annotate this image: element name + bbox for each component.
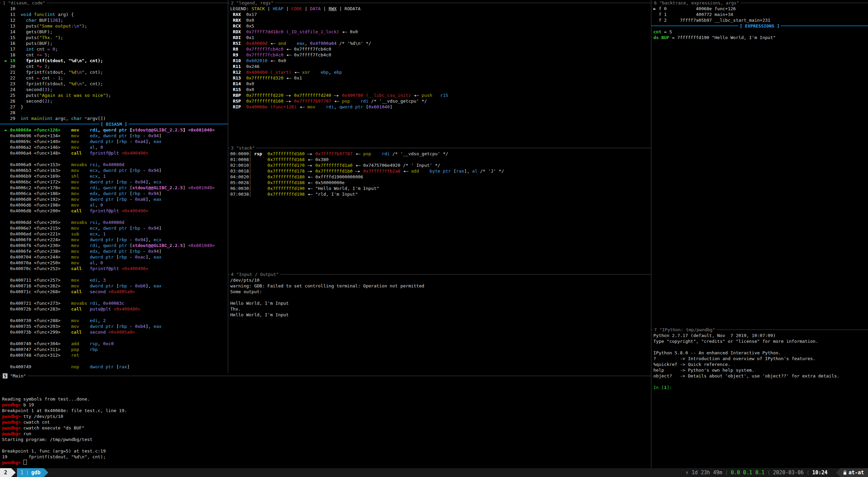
pane-source-title: 1 "disasm, code" [1, 0, 47, 6]
terminal-line [0, 295, 228, 300]
pane-source-title-bar: 1 "disasm, code" [0, 0, 228, 6]
terminal-line: R13 0x7fffffffd320 ◂— 0x1 [228, 75, 651, 81]
pane-source-code[interactable]: 1 "disasm, code" 10 11 void func(int arg… [0, 0, 228, 373]
terminal-line [0, 442, 651, 448]
terminal-line [0, 379, 651, 385]
backtrace-frames: ► f 0 40068e func+126 f 1 400772 main+34… [651, 6, 868, 23]
powerline-arrow-icon [11, 468, 16, 477]
terminal-line: 29 int main(int argc, char *argv[]) [0, 116, 228, 121]
terminal-line: 20 cnt *= 2; [0, 64, 228, 69]
terminal-line: Python 2.7.17 (default, Nov 7 2019, 10:0… [651, 333, 868, 338]
tmux-status-bar: 2 1⟩gdb ↑ 1d 23h 49m ⟨ 0.0 0.1 0.1 ⟨ 202… [0, 468, 868, 477]
terminal-line: ► 19 fprintf(stdout, "%d\n", cnt); [0, 58, 228, 64]
terminal-line: 0x4006a9 <func+153> movabs rsi, 0x40080d [0, 162, 228, 167]
lock-icon [843, 471, 847, 475]
terminal-line: 0x4006b9 <func+169> shl ecx, 1 [0, 173, 228, 179]
disasm-section-divider: [ DISASM ] [0, 121, 228, 127]
source-code-listing: 10 11 void func(int arg) { 12 char BUF[1… [0, 6, 228, 121]
terminal-line [0, 271, 228, 277]
terminal-line: 27 } [0, 104, 228, 110]
terminal-line: 0x4006f6 <func+230> mov rdi, qword ptr [… [0, 243, 228, 248]
active-pane-number: 5 [3, 373, 7, 378]
terminal-line: 22 cnt = cnt - 1; [0, 75, 228, 81]
terminal-line: cnt = 5 [651, 29, 868, 35]
terminal-line: 0x40073b <func+299> call second <0x4005a… [0, 329, 228, 335]
pane-main-console[interactable]: 5 "Main" Reading symbols from test...don… [0, 373, 651, 468]
terminal-line: R9 0x7ffff7fcb4c0 ◂— 0x7ffff7fcb4c0 [228, 52, 651, 58]
status-bar-left: 2 1⟩gdb [0, 468, 48, 477]
terminal-line: 28 [0, 110, 228, 116]
terminal-line: 05:0028│ 0x7fffffffd188 ◂— 0x50000000e [228, 180, 651, 186]
pane-ipython[interactable]: 7 "IPython: tmp/pwndbg" Python 2.7.17 (d… [651, 327, 868, 468]
terminal-line: 24 second(3); [0, 87, 228, 92]
pane-border-horizontal [228, 3, 651, 3]
terminal-line: 13 puts("Some output:\n"); [0, 23, 228, 29]
chevron-left-icon: ⟨ [764, 468, 773, 477]
pane-ipython-title-bar: 7 "IPython: tmp/pwndbg" [651, 327, 868, 333]
terminal-line: 0x4006b3 <func+163> mov ecx, dword ptr [… [0, 167, 228, 173]
terminal-line [0, 385, 651, 390]
terminal-line: 0x4006a4 <func+148> call fprintf@plt <0x… [0, 150, 228, 156]
terminal-line: pwndbg> [0, 460, 651, 465]
terminal-line: ► f 0 40068e func+126 [651, 6, 868, 12]
terminal-line: Breakpoint 1 at 0x40068e: file test.c, l… [0, 408, 651, 413]
terminal-line: R10 0x602010 ◂— 0x0 [228, 58, 651, 64]
terminal-line: 0x40071c <func+268> call second <0x4005a… [0, 289, 228, 295]
terminal-line: 0x400748 <func+312> ret [0, 352, 228, 358]
terminal-line: Reading symbols from test...done. [0, 396, 651, 402]
terminal-line: 0x4006a2 <func+146> mov al, 0 [0, 144, 228, 150]
pane-registers-title-bar: 2 "legend, regs" [228, 0, 651, 6]
terminal-line [0, 156, 228, 162]
stack-listing: 00:0000│ rsp 0x7fffffffd160 —▸ 0x7ffff7b… [228, 151, 651, 197]
terminal-line: 11 void func(int arg) { [0, 12, 228, 17]
terminal-line: Starting program: /tmp/pwndbg/test [0, 437, 651, 442]
terminal-line: R14 0x0 [228, 81, 651, 87]
uptime-arrow-icon: ↑ [686, 468, 689, 477]
pane-stack-title-bar: 3 "stack" [228, 145, 651, 151]
terminal-line: 25 puts("Again as it was so nice"); [0, 92, 228, 98]
terminal-line: 0x40072b <func+283> call puts@plt <0x400… [0, 306, 228, 312]
pane-io-title-bar: 4 "Input / Output" [228, 271, 651, 277]
terminal-line: 0x400740 <func+304> add rsp, 0xc0 [0, 341, 228, 347]
terminal-line [0, 390, 651, 396]
chevron-left-icon: ⟨ [804, 468, 812, 477]
terminal-line: help -> Python's own help system. [651, 367, 868, 373]
pane-stack[interactable]: 3 "stack" 00:0000│ rsp 0x7fffffffd160 —▸… [228, 145, 651, 271]
window-name: gdb [31, 468, 40, 477]
terminal-line: 0x4006d0 <func+192> mov dword ptr [rbp -… [0, 196, 228, 202]
terminal-line: R15 0x0 [228, 87, 651, 92]
session-badge[interactable]: 2 [0, 468, 11, 477]
terminal-line: 02:0010│ 0x7fffffffd170 —▸ 0x7fffffffd1a… [228, 162, 651, 168]
terminal-line: /dev/pts/10 [228, 277, 651, 283]
pane-border-horizontal [228, 274, 651, 275]
pane-main-title-name: "Main" [10, 373, 26, 378]
pane-stack-title: 3 "stack" [230, 145, 256, 151]
pane-io[interactable]: 4 "Input / Output" /dev/pts/10warning: G… [228, 271, 651, 373]
terminal-line: 0x4006f0 <func+224> mov dword ptr [rbp -… [0, 237, 228, 243]
terminal-line: 04:0020│ 0x7fffffffd180 ◂— 0xffffd190000… [228, 174, 651, 180]
window-tab-gdb[interactable]: 1⟩gdb [17, 468, 44, 477]
terminal-line: 21 fprintf(stdout, "%d\n", cnt); [0, 69, 228, 75]
terminal-line: 0x4006e7 <func+215> mov ecx, dword ptr [… [0, 225, 228, 231]
terminal-line: 0x40070a <func+250> mov al, 0 [0, 260, 228, 266]
terminal-line: pwndbg> cwatch cnt [0, 419, 651, 425]
terminal-line: pwndbg> tty /dev/pts/10 [0, 413, 651, 419]
spacer [828, 468, 836, 477]
terminal-line: f 2 7ffff7a05b97 __libc_start_main+231 [651, 17, 868, 23]
pane-registers[interactable]: 2 "legend, regs" LEGEND: STACK | HEAP | … [228, 0, 651, 145]
terminal-line: 0x400747 <func+311> pop rbp [0, 347, 228, 352]
terminal-line: 0x4006ca <func+186> mov edx, dword ptr [… [0, 191, 228, 196]
uptime-value: 1d 23h 49m [692, 468, 722, 477]
terminal-line: 0x40070c <func+252> call fprintf@plt <0x… [0, 266, 228, 271]
pane-backtrace[interactable]: 6 "backtrace, expressions, args" ► f 0 4… [651, 0, 868, 327]
expressions-divider-label: [ EXPRESSIONS ] [738, 23, 781, 29]
registers-listing: LEGEND: STACK | HEAP | CODE | DATA | RWX… [228, 6, 651, 110]
terminal-line: 06:0030│ 0x7fffffffd190 ◂— "Hello World,… [228, 186, 651, 191]
disasm-divider-label: [ DISASM ] [99, 121, 128, 127]
terminal-line: 0x4006d6 <func+198> mov al, 0 [0, 202, 228, 208]
terminal-line: 16 puts(BUF); [0, 40, 228, 46]
terminal-line: 0x400696 <func+134> mov edx, dword ptr [… [0, 133, 228, 139]
terminal-line: RDI 0x1 [228, 35, 651, 40]
terminal-line: 18 cnt += 5; [0, 52, 228, 58]
pane-border-horizontal [0, 376, 651, 376]
